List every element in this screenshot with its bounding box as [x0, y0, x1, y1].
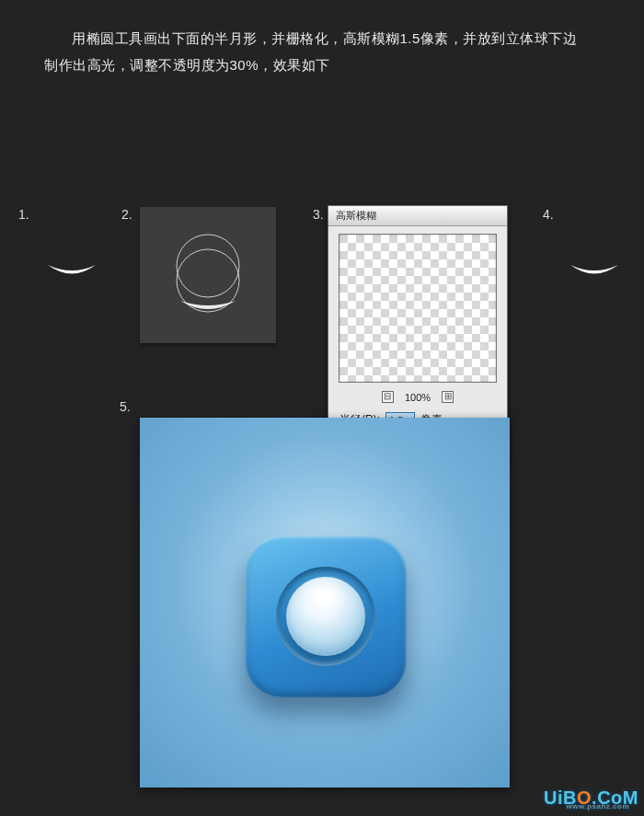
ball-highlight [303, 586, 347, 612]
svg-point-0 [177, 235, 239, 297]
watermark: UiBO.CoM www.psahz.com [544, 787, 638, 809]
instruction-text: 用椭圆工具画出下面的半月形，并栅格化，高斯模糊1.5像素，并放到立体球下边 制作… [0, 0, 644, 78]
step4-crescent [569, 260, 620, 279]
step-number-1: 1. [18, 207, 29, 222]
step-number-4: 4. [543, 207, 554, 222]
step-number-5: 5. [120, 399, 131, 414]
crescent-icon [46, 260, 98, 279]
steps-row: 1. 2. 3. 4. 高斯模糊 ⊟ 100% ⊞ 半径(R): [0, 97, 644, 373]
dialog-title: 高斯模糊 [328, 206, 507, 226]
step1-crescent [46, 260, 98, 279]
blue-app-icon [245, 535, 407, 697]
step-number-3: 3. [313, 207, 324, 222]
watermark-sub: www.psahz.com [567, 802, 629, 810]
ball-outer-ring [276, 567, 375, 666]
step2-box [140, 207, 276, 343]
zoom-in-button[interactable]: ⊞ [442, 391, 454, 403]
instruction-line1: 用椭圆工具画出下面的半月形，并栅格化，高斯模糊1.5像素，并放到立体球下边 [44, 26, 600, 52]
preview-area [339, 234, 497, 383]
svg-point-1 [177, 249, 239, 312]
overlapping-circles-icon [162, 229, 254, 321]
step5-result [140, 418, 510, 787]
step-number-2: 2. [121, 207, 132, 222]
zoom-out-button[interactable]: ⊟ [382, 391, 394, 403]
zoom-controls: ⊟ 100% ⊞ [338, 388, 498, 410]
instruction-line2: 制作出高光，调整不透明度为30%，效果如下 [44, 52, 600, 79]
crescent-icon [569, 260, 620, 279]
ball-inner-sphere [286, 577, 365, 656]
zoom-value: 100% [405, 392, 431, 403]
